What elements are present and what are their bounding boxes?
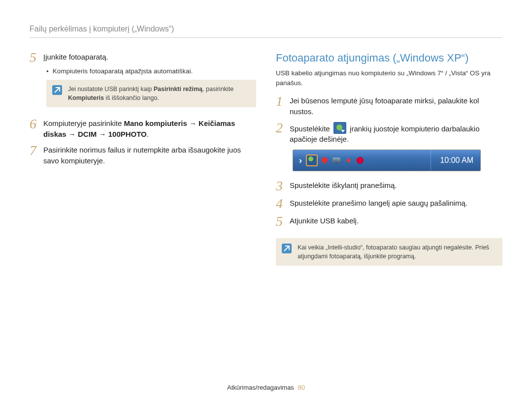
note-box-usb-mode: Jei nustatote USB parinktį kaip Pasirink… xyxy=(46,80,256,107)
step-text: Spustelėkite pranešimo langelį apie saug… xyxy=(290,198,467,209)
step-text: Spustelėkite iškylantį pranešimą. xyxy=(290,180,397,191)
page-number: 80 xyxy=(298,384,304,391)
footer-section: Atkūrimas/redagavimas xyxy=(227,384,294,391)
step-text: Pasirinkite norimus failus ir nutempkite… xyxy=(43,145,256,166)
note-text: Kai veikia „Intelli-studio“, fotoaparato… xyxy=(298,243,496,261)
step-text: Kompiuteryje pasirinkite Mano kompiuteri… xyxy=(43,118,256,140)
breadcrumb: Failų perkėlimas į kompiuterį („Windows“… xyxy=(30,25,502,38)
step-6: 6 Kompiuteryje pasirinkite Mano kompiute… xyxy=(30,118,256,140)
tray-monitor-icon xyxy=(332,155,341,165)
tray-shield-icon xyxy=(320,155,330,165)
right-column: Fotoaparato atjungimas („Windows XP“) US… xyxy=(276,52,502,379)
step-text: Įjunkite fotoaparatą. xyxy=(43,52,108,62)
step-1: 1 Jei būsenos lemputė jūsų fotoaparate m… xyxy=(276,95,502,117)
step-2: 2 Spustelėkite įrankių juostoje kompiute… xyxy=(276,122,502,145)
step-7: 7 Pasirinkite norimus failus ir nutempki… xyxy=(30,145,256,166)
page-footer: Atkūrimas/redagavimas 80 xyxy=(30,379,502,391)
step-number: 2 xyxy=(276,121,290,135)
bullet-item: Kompiuteris fotoaparatą atpažįsta automa… xyxy=(46,67,256,75)
tray-safely-remove-icon xyxy=(306,154,318,166)
tray-misc-icon xyxy=(355,155,365,165)
taskbar-expand-icon: › xyxy=(293,155,306,166)
step-number: 3 xyxy=(276,179,290,193)
step-number: 4 xyxy=(276,197,290,211)
step-number: 5 xyxy=(30,51,43,64)
taskbar-screenshot: › 10:00 AM xyxy=(293,150,481,171)
step-number: 5 xyxy=(276,215,290,228)
step-4: 4 Spustelėkite pranešimo langelį apie sa… xyxy=(276,198,502,211)
note-box-intelli-studio: Kai veikia „Intelli-studio“, fotoaparato… xyxy=(276,238,502,266)
step-5: 5 Įjunkite fotoaparatą. xyxy=(30,52,256,64)
tray-volume-icon xyxy=(343,155,353,165)
note-text: Jei nustatote USB parinktį kaip Pasirink… xyxy=(68,85,249,102)
section-intro: USB kabelio atjungimas nuo kompiuterio s… xyxy=(276,68,502,88)
step-5-right: 5 Atjunkite USB kabelį. xyxy=(276,216,502,228)
system-tray xyxy=(306,154,365,166)
step-text: Spustelėkite įrankių juostoje kompiuteri… xyxy=(290,122,502,145)
step-3: 3 Spustelėkite iškylantį pranešimą. xyxy=(276,180,502,193)
step-5-bullets: Kompiuteris fotoaparatą atpažįsta automa… xyxy=(46,67,256,75)
step-text: Jei būsenos lemputė jūsų fotoaparate mir… xyxy=(290,95,502,117)
section-title: Fotoaparato atjungimas („Windows XP“) xyxy=(276,52,502,64)
safely-remove-icon xyxy=(333,122,346,134)
taskbar-clock: 10:00 AM xyxy=(431,150,480,171)
left-column: 5 Įjunkite fotoaparatą. Kompiuteris foto… xyxy=(30,52,256,379)
step-number: 1 xyxy=(276,94,290,108)
step-text: Atjunkite USB kabelį. xyxy=(290,216,359,226)
step-number: 7 xyxy=(30,144,43,157)
note-icon xyxy=(282,244,292,253)
note-icon xyxy=(52,85,62,95)
step-number: 6 xyxy=(30,117,43,131)
